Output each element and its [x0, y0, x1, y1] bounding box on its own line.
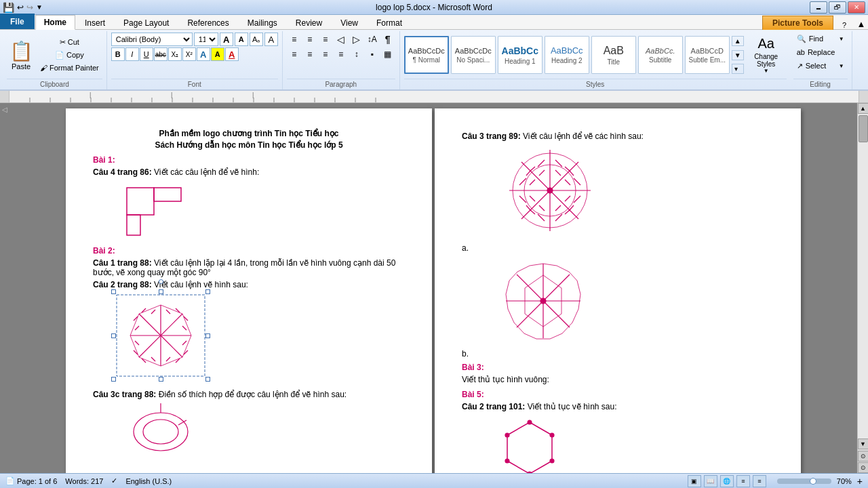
language-indicator[interactable]: English (U.S.): [125, 477, 172, 485]
collapse-ribbon-icon[interactable]: ▲: [854, 19, 868, 29]
multilevel-list-button[interactable]: ≡: [318, 33, 333, 46]
view-reading-button[interactable]: 📖: [704, 475, 717, 487]
numbering-button[interactable]: ≡: [302, 33, 317, 46]
font-grow-button[interactable]: A: [220, 33, 233, 46]
zoom-in-button[interactable]: +: [857, 476, 863, 487]
replace-button[interactable]: ab Replace: [793, 46, 848, 58]
underline-button[interactable]: U: [140, 47, 153, 61]
view-outline-button[interactable]: ≡: [736, 475, 750, 487]
scroll-up-button[interactable]: ▲: [858, 103, 869, 114]
styles-gallery: AaBbCcDc ¶ Normal AaBbCcDc No Spaci... A…: [404, 36, 744, 74]
change-styles-dropdown-icon: ▼: [764, 68, 769, 74]
replace-icon: ab: [797, 48, 805, 56]
collapse-left-icon[interactable]: ◁: [2, 106, 7, 113]
justify-button[interactable]: ≡: [334, 47, 349, 61]
strikethrough-button[interactable]: abc: [154, 47, 167, 61]
tab-mailings[interactable]: Mailings: [239, 16, 286, 30]
find-button[interactable]: 🔍 Find ▼: [793, 33, 848, 45]
superscript-button[interactable]: X²: [182, 47, 196, 61]
view-normal-button[interactable]: ▣: [688, 475, 701, 487]
tab-review[interactable]: Review: [287, 16, 331, 30]
tab-view[interactable]: View: [332, 16, 367, 30]
quick-access-customize[interactable]: ▼: [36, 3, 43, 11]
style-no-spacing[interactable]: AaBbCcDc No Spaci...: [451, 36, 496, 74]
view-draft-button[interactable]: ≡: [753, 475, 766, 487]
style-subtle-em[interactable]: AaBbCcD Subtle Em...: [685, 36, 730, 74]
increase-indent-button[interactable]: ▷: [349, 33, 364, 46]
scroll-down-button[interactable]: ▼: [858, 439, 869, 449]
zoom-slider[interactable]: [777, 479, 831, 484]
change-styles-button[interactable]: Aa Change Styles ▼: [746, 34, 787, 76]
handle-ml[interactable]: [111, 333, 116, 338]
text-effects-button[interactable]: A: [197, 47, 210, 61]
scroll-track[interactable]: [858, 114, 868, 439]
sort-button[interactable]: ↕A: [365, 33, 380, 46]
handle-br[interactable]: [205, 377, 210, 382]
view-web-button[interactable]: 🌐: [720, 475, 734, 487]
align-right-button[interactable]: ≡: [318, 47, 333, 61]
minimize-button[interactable]: 🗕: [810, 1, 827, 14]
tab-references[interactable]: References: [178, 16, 237, 30]
styles-scroll-up[interactable]: ▲: [732, 36, 744, 46]
handle-rotate[interactable]: [159, 279, 163, 284]
bold-button[interactable]: B: [111, 47, 125, 61]
decrease-indent-button[interactable]: ◁: [334, 33, 349, 46]
close-button[interactable]: ✕: [848, 1, 865, 14]
tab-insert[interactable]: Insert: [76, 16, 114, 30]
ruler-main[interactable]: | | |: [9, 91, 859, 102]
center-button[interactable]: ≡: [302, 47, 317, 61]
style-heading1[interactable]: AaBbCc Heading 1: [498, 36, 542, 74]
line-spacing-button[interactable]: ↕: [349, 47, 364, 61]
shading-button[interactable]: ▪: [365, 47, 380, 61]
styles-scroll-down[interactable]: ▼: [732, 50, 744, 60]
handle-tr[interactable]: [205, 289, 210, 294]
tab-picture-tools[interactable]: Picture Tools: [762, 16, 833, 30]
restore-button[interactable]: 🗗: [829, 1, 846, 14]
clear-format-button[interactable]: A: [264, 33, 278, 46]
tab-file[interactable]: File: [0, 14, 35, 29]
font-color-button[interactable]: A: [225, 47, 239, 61]
show-hide-button[interactable]: ¶: [380, 33, 395, 46]
text-highlight-button[interactable]: A: [211, 47, 224, 61]
align-left-button[interactable]: ≡: [287, 47, 302, 61]
border-button[interactable]: ▦: [380, 47, 395, 61]
style-subtitle[interactable]: AaBbCc. Subtitle: [638, 36, 683, 74]
svg-text:|: |: [90, 92, 91, 98]
quick-access-undo[interactable]: ↩: [17, 3, 24, 12]
tab-page-layout[interactable]: Page Layout: [115, 16, 178, 30]
prev-page-button[interactable]: ⊙: [858, 462, 869, 473]
spell-check-icon[interactable]: ✓: [111, 476, 117, 485]
italic-button[interactable]: I: [125, 47, 139, 61]
font-shrink-button[interactable]: A: [235, 33, 248, 46]
style-title[interactable]: AaB Title: [591, 36, 636, 74]
handle-tm[interactable]: [159, 289, 163, 294]
tab-format[interactable]: Format: [368, 16, 411, 30]
style-normal[interactable]: AaBbCcDc ¶ Normal: [404, 36, 449, 74]
font-group: Calibri (Body) 11 A A Aₐ A B I U abc X₂ …: [107, 31, 283, 89]
quick-access-save[interactable]: 💾: [3, 2, 14, 13]
styles-more[interactable]: ▾: [732, 64, 744, 74]
paste-button[interactable]: 📋 Paste: [7, 33, 35, 77]
zoom-thumb[interactable]: [810, 478, 816, 485]
font-family-select[interactable]: Calibri (Body): [111, 33, 193, 46]
style-heading2[interactable]: AaBbCc Heading 2: [545, 36, 589, 74]
bullets-button[interactable]: ≡: [287, 33, 302, 46]
change-case-button[interactable]: Aₐ: [250, 33, 263, 46]
subscript-button[interactable]: X₂: [168, 47, 182, 61]
tab-home[interactable]: Home: [35, 15, 75, 30]
cau4-text: Câu 3c trang 88: Điền số thích hợp để đư…: [93, 390, 405, 399]
handle-bl[interactable]: [111, 377, 116, 382]
format-painter-button[interactable]: 🖌 Format Painter: [37, 62, 102, 74]
quick-access-redo[interactable]: ↪: [26, 3, 33, 12]
help-icon[interactable]: ?: [834, 21, 854, 29]
font-size-select[interactable]: 11: [194, 33, 218, 46]
handle-mr[interactable]: [205, 333, 210, 338]
handle-tl[interactable]: [111, 289, 116, 294]
scroll-thumb[interactable]: [859, 115, 868, 142]
next-page-button[interactable]: ⊙: [858, 451, 869, 462]
cut-button[interactable]: ✂ Cut: [37, 36, 102, 48]
copy-button[interactable]: 📄 Copy: [37, 49, 102, 61]
style-normal-label: ¶ Normal: [413, 56, 440, 64]
select-button[interactable]: ↗ Select ▼: [793, 60, 848, 72]
handle-bm[interactable]: [159, 377, 163, 382]
